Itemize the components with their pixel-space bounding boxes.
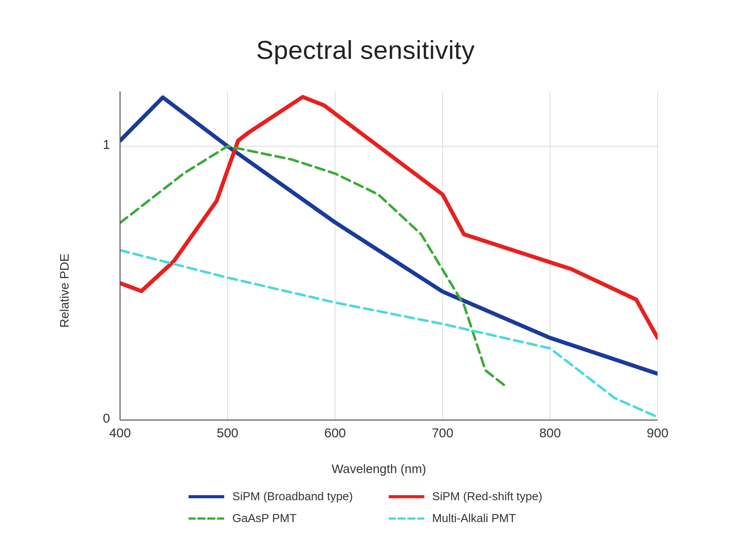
legend-label-green: GaAsP PMT	[232, 511, 296, 525]
legend-column-left: SiPM (Broadband type) GaAsP PMT	[189, 490, 353, 525]
legend-label-blue: SiPM (Broadband type)	[232, 490, 353, 503]
chart-area: Relative PDE	[53, 78, 678, 476]
svg-text:900: 900	[647, 426, 668, 440]
legend-item-green: GaAsP PMT	[189, 511, 353, 525]
svg-text:0: 0	[103, 411, 110, 425]
main-chart: 0 1 400 500 600 700 800 900	[80, 78, 678, 458]
legend-line-green-icon	[189, 516, 224, 521]
legend-line-blue-icon	[189, 494, 224, 499]
y-axis-label: Relative PDE	[53, 78, 76, 476]
svg-text:400: 400	[109, 426, 131, 440]
legend-label-cyan: Multi-Alkali PMT	[432, 511, 516, 525]
svg-text:700: 700	[432, 426, 453, 440]
legend-item-cyan: Multi-Alkali PMT	[389, 511, 542, 525]
svg-text:1: 1	[103, 137, 110, 152]
legend-label-red: SiPM (Red-shift type)	[432, 490, 542, 503]
svg-text:500: 500	[217, 426, 238, 440]
legend-line-cyan-icon	[389, 516, 424, 521]
x-axis-label: Wavelength (nm)	[80, 462, 678, 476]
legend-column-right: SiPM (Red-shift type) Multi-Alkali PMT	[389, 490, 542, 525]
legend-item-red: SiPM (Red-shift type)	[389, 490, 542, 503]
svg-text:600: 600	[324, 426, 346, 440]
legend-line-red-icon	[389, 494, 424, 499]
svg-text:800: 800	[539, 426, 561, 440]
legend-item-blue: SiPM (Broadband type)	[189, 490, 353, 503]
svg-wrapper: 0 1 400 500 600 700 800 900	[80, 78, 678, 458]
chart-container: Spectral sensitivity Relative PDE	[53, 35, 678, 525]
chart-plot-area: 0 1 400 500 600 700 800 900	[80, 78, 678, 476]
legend-area: SiPM (Broadband type) GaAsP PMT SiPM (Re…	[53, 490, 678, 525]
chart-title: Spectral sensitivity	[256, 35, 475, 65]
